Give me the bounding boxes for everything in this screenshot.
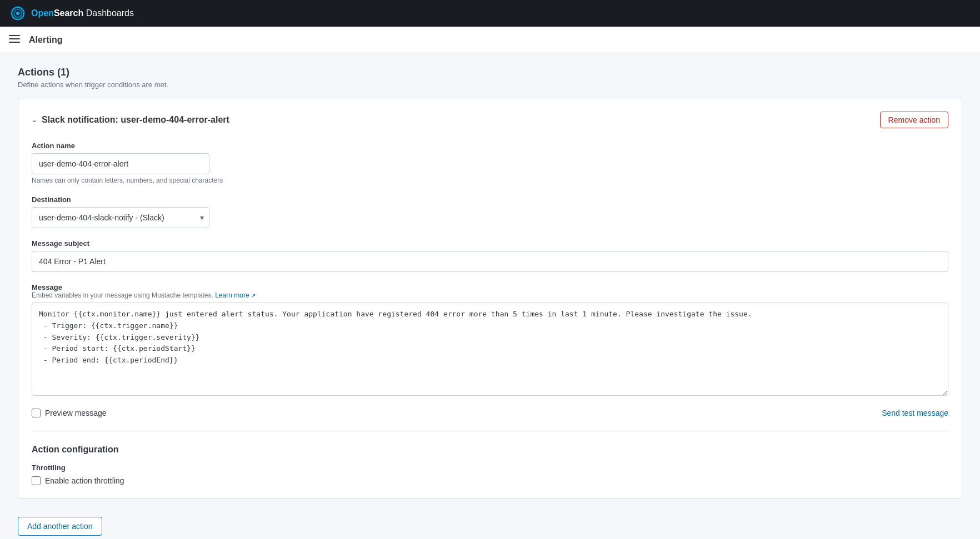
- learn-more-link[interactable]: Learn more ↗: [215, 291, 256, 299]
- opensearch-logo-icon: [9, 4, 27, 22]
- preview-row: Preview message Send test message: [32, 409, 948, 417]
- sub-navigation: Alerting: [0, 27, 980, 53]
- action-card-header: ⌄ Slack notification: user-demo-404-erro…: [32, 112, 948, 128]
- preview-message-checkbox[interactable]: [32, 409, 41, 417]
- svg-rect-2: [9, 35, 20, 36]
- message-hint: Embed variables in your message using Mu…: [32, 291, 948, 299]
- action-name-input[interactable]: [32, 153, 209, 174]
- throttle-label: Enable action throttling: [45, 476, 124, 485]
- hamburger-menu-icon[interactable]: [9, 33, 20, 46]
- throttle-checkbox-area: Enable action throttling: [32, 476, 948, 485]
- destination-select-wrapper: user-demo-404-slack-notify - (Slack) ▾: [32, 207, 209, 228]
- message-textarea[interactable]: Monitor {{ctx.monitor.name}} just entere…: [32, 303, 948, 396]
- destination-row: Destination user-demo-404-slack-notify -…: [32, 195, 948, 228]
- action-name-helper: Names can only contain letters, numbers,…: [32, 177, 948, 184]
- main-content: Actions (1) Define actions when trigger …: [0, 53, 980, 539]
- destination-select[interactable]: user-demo-404-slack-notify - (Slack): [32, 207, 209, 228]
- action-card-title: Slack notification: user-demo-404-error-…: [42, 115, 229, 125]
- action-configuration-section: Action configuration Throttling Enable a…: [32, 445, 948, 485]
- actions-header: Actions (1) Define actions when trigger …: [18, 67, 962, 89]
- external-link-icon: ↗: [251, 293, 256, 299]
- add-another-action-button[interactable]: Add another action: [18, 517, 102, 536]
- message-section: Message Embed variables in your message …: [32, 283, 948, 397]
- actions-subtitle: Define actions when trigger conditions a…: [18, 80, 962, 89]
- send-test-message-button[interactable]: Send test message: [882, 409, 948, 417]
- divider: [32, 431, 948, 431]
- message-label: Message: [32, 283, 948, 291]
- message-subject-row: Message subject: [32, 239, 948, 272]
- action-configuration-title: Action configuration: [32, 445, 948, 455]
- app-logo: OpenSearch Dashboards: [9, 4, 134, 22]
- svg-rect-3: [9, 38, 20, 39]
- svg-point-1: [16, 12, 19, 15]
- actions-title: Actions (1): [18, 67, 962, 78]
- action-name-label: Action name: [32, 142, 948, 150]
- preview-message-label: Preview message: [45, 409, 107, 417]
- action-name-row: Action name Names can only contain lette…: [32, 142, 948, 184]
- remove-action-button[interactable]: Remove action: [880, 112, 948, 128]
- action-card-title-area: ⌄ Slack notification: user-demo-404-erro…: [32, 115, 229, 125]
- top-navigation: OpenSearch Dashboards: [0, 0, 980, 27]
- throttle-checkbox[interactable]: [32, 476, 41, 485]
- svg-rect-4: [9, 42, 20, 43]
- message-subject-label: Message subject: [32, 239, 948, 248]
- message-subject-input[interactable]: [32, 251, 948, 272]
- preview-checkbox-area: Preview message: [32, 409, 107, 417]
- logo-text: OpenSearch Dashboards: [31, 8, 134, 18]
- chevron-down-icon[interactable]: ⌄: [32, 116, 37, 124]
- destination-label: Destination: [32, 195, 948, 204]
- action-card: ⌄ Slack notification: user-demo-404-erro…: [18, 98, 962, 499]
- page-title: Alerting: [29, 35, 62, 45]
- throttling-label: Throttling: [32, 464, 948, 472]
